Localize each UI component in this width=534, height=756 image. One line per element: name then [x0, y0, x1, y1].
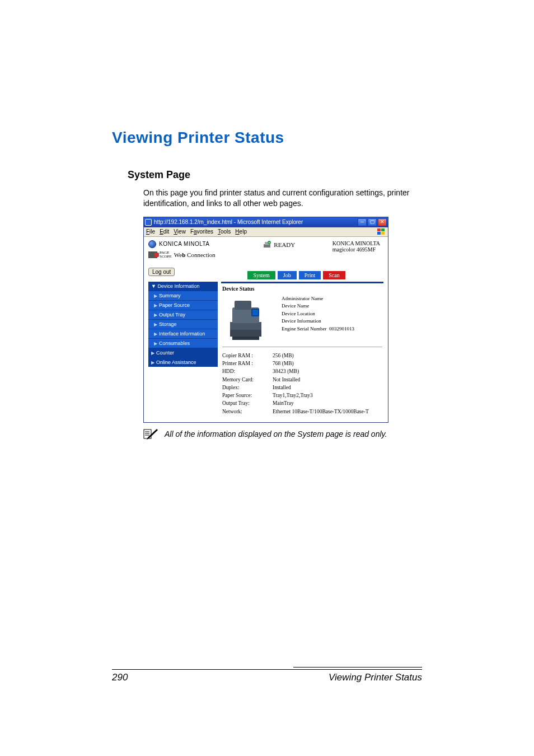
- brand-block: KONICA MINOLTA PAGESCOPE Web Web Connect…: [148, 240, 216, 259]
- menu-bar: File Edit View Favorites Tools Help: [144, 227, 388, 237]
- svg-rect-3: [381, 232, 385, 235]
- svg-rect-8: [230, 330, 261, 337]
- main-panel: Device Status Administrator Nam: [221, 282, 383, 418]
- tab-bar: System Job Print Scan: [247, 271, 345, 279]
- sidebar-item-counter[interactable]: ▶Counter: [148, 348, 218, 357]
- window-close-button[interactable]: ✕: [378, 218, 387, 226]
- logout-button[interactable]: Log out: [148, 268, 175, 276]
- device-info-list: Administrator Name Device Name Device Lo…: [282, 295, 354, 333]
- window-title: http://192.168.1.2/m_index.html - Micros…: [154, 219, 303, 225]
- sidebar-head-device-info[interactable]: ▼ Device Information: [148, 282, 218, 291]
- pagescope-icon: [148, 251, 157, 258]
- svg-rect-7: [230, 322, 261, 330]
- printer-ready-icon: [263, 240, 271, 249]
- svg-rect-0: [377, 228, 381, 231]
- menu-help[interactable]: Help: [235, 228, 247, 235]
- footer-title: Viewing Printer Status: [329, 672, 422, 683]
- windows-flag-icon: [377, 228, 386, 236]
- window-minimize-button[interactable]: –: [358, 218, 367, 226]
- svg-rect-10: [235, 301, 251, 310]
- menu-edit[interactable]: Edit: [160, 228, 169, 235]
- tab-system[interactable]: System: [247, 271, 275, 279]
- sidebar-item-interface-info[interactable]: ▶Interface Information: [148, 329, 218, 338]
- tab-print[interactable]: Print: [299, 271, 321, 279]
- note-icon: [143, 428, 159, 440]
- menu-file[interactable]: File: [146, 228, 155, 235]
- ie-icon: [145, 219, 152, 226]
- spec-grid: Copier RAM :256 (MB) Printer RAM :768 (M…: [221, 352, 383, 418]
- brand-name: KONICA MINOLTA: [159, 241, 210, 247]
- tab-scan[interactable]: Scan: [323, 271, 345, 279]
- svg-rect-12: [232, 337, 259, 340]
- web-connection-label: Web Web ConnectionConnection: [174, 251, 216, 258]
- menu-tools[interactable]: Tools: [218, 228, 231, 235]
- status-text: READY: [274, 241, 295, 248]
- svg-rect-1: [381, 228, 385, 231]
- globe-icon: [148, 240, 156, 248]
- svg-rect-2: [377, 232, 381, 235]
- menu-view[interactable]: View: [174, 228, 186, 235]
- status-block: READY: [263, 240, 295, 249]
- pagescope-label: PAGESCOPE: [160, 251, 172, 259]
- window-maximize-button[interactable]: ▢: [368, 218, 377, 226]
- sidebar-item-summary[interactable]: ▶Summary: [148, 291, 218, 300]
- body-text: On this page you find printer status and…: [143, 188, 422, 209]
- menu-favorites[interactable]: Favorites: [190, 228, 213, 235]
- sidebar-item-paper-source[interactable]: ▶Paper Source: [148, 300, 218, 310]
- page-number: 290: [112, 672, 128, 683]
- sidebar-item-output-tray[interactable]: ▶Output Tray: [148, 310, 218, 319]
- sidebar-item-online-assistance[interactable]: ▶Online Assistance: [148, 357, 218, 367]
- page-heading: Viewing Printer Status: [112, 129, 422, 147]
- section-heading: System Page: [128, 169, 422, 181]
- panel-title: Device Status: [221, 283, 383, 295]
- tab-job[interactable]: Job: [278, 271, 297, 279]
- browser-window: http://192.168.1.2/m_index.html - Micros…: [143, 217, 388, 423]
- printer-illustration-icon: [222, 295, 271, 342]
- page-footer: 290 Viewing Printer Status: [112, 667, 422, 683]
- svg-rect-13: [252, 310, 258, 315]
- note-text: All of the information displayed on the …: [165, 430, 387, 438]
- model-block: KONICA MINOLTA magicolor 4695MF: [332, 240, 380, 253]
- sidebar-item-storage[interactable]: ▶Storage: [148, 319, 218, 329]
- sidebar-item-consumables[interactable]: ▶Consumables: [148, 338, 218, 348]
- sidebar: ▼ Device Information ▶Summary ▶Paper Sou…: [148, 282, 218, 418]
- window-titlebar: http://192.168.1.2/m_index.html - Micros…: [144, 217, 388, 227]
